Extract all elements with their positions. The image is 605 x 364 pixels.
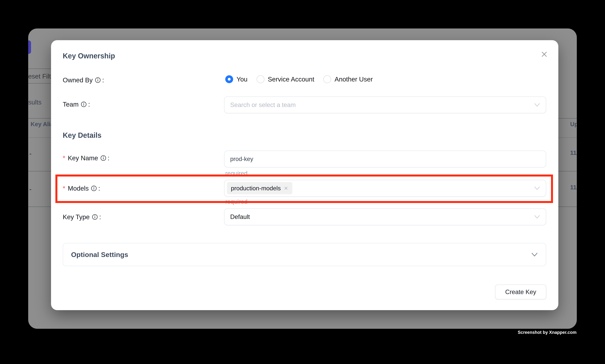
radio-option-service-account[interactable]: Service Account <box>257 75 314 83</box>
modal-title: Key Ownership <box>63 52 115 60</box>
chevron-down-icon <box>534 103 540 107</box>
required-asterisk: * <box>63 184 65 192</box>
info-icon[interactable] <box>92 214 98 220</box>
divider <box>558 137 577 138</box>
optional-settings-label: Optional Settings <box>71 251 128 259</box>
team-select-placeholder: Search or select a team <box>230 101 296 108</box>
team-label: Team : <box>63 100 90 109</box>
remove-tag-icon[interactable] <box>283 186 288 191</box>
divider <box>28 207 51 207</box>
chevron-down-icon <box>534 186 540 190</box>
team-select[interactable]: Search or select a team <box>224 96 546 113</box>
chevron-down-icon <box>531 252 538 257</box>
table-row-alias-cell: - <box>29 150 31 157</box>
chevron-down-icon <box>534 215 540 219</box>
divider <box>558 171 577 171</box>
key-name-label: * Key Name : <box>63 154 109 162</box>
create-key-button[interactable]: Create Key <box>495 285 546 299</box>
table-row-updated-cell: 11/ <box>570 149 577 156</box>
radio-selected-icon <box>225 75 233 83</box>
partial-primary-button <box>28 40 31 54</box>
radio-unselected-icon <box>323 75 331 83</box>
key-type-label: Key Type : <box>63 213 101 221</box>
divider <box>558 207 577 207</box>
divider <box>28 83 51 84</box>
key-type-value: Default <box>230 213 250 220</box>
divider <box>28 137 51 138</box>
results-count-fragment: sults <box>28 98 42 106</box>
info-icon[interactable] <box>91 185 97 191</box>
key-name-required-hint: required <box>225 170 247 177</box>
key-details-heading: Key Details <box>63 131 102 139</box>
models-select[interactable]: production-models <box>224 180 546 197</box>
info-icon[interactable] <box>81 101 87 107</box>
table-header-key-alias: Key Alia <box>31 121 54 128</box>
reset-filters-fragment: eset Filt <box>28 72 51 80</box>
table-row-alias-cell: - <box>29 185 31 193</box>
info-icon[interactable] <box>95 77 101 83</box>
owned-by-radio-group: You Service Account Another User <box>225 75 373 83</box>
close-icon[interactable] <box>540 50 549 59</box>
key-type-select[interactable]: Default <box>224 208 546 225</box>
info-icon[interactable] <box>100 155 106 161</box>
divider <box>28 68 51 69</box>
divider <box>558 118 577 118</box>
models-required-hint: required <box>225 198 247 205</box>
key-name-value: prod-key <box>230 156 253 162</box>
models-label: * Models : <box>63 184 100 193</box>
optional-settings-toggle[interactable]: Optional Settings <box>63 243 546 266</box>
watermark-text: Screenshot by Xnapper.com <box>518 330 577 335</box>
radio-unselected-icon <box>257 75 264 83</box>
owned-by-label: Owned By : <box>63 76 104 84</box>
required-asterisk: * <box>63 154 65 162</box>
radio-option-you[interactable]: You <box>225 75 247 83</box>
key-name-input[interactable]: prod-key <box>224 151 546 168</box>
create-key-modal: Key Ownership Owned By : You Service Acc… <box>51 40 558 310</box>
divider <box>28 118 51 118</box>
table-row-updated-cell: 11/ <box>570 184 577 191</box>
screenshot-stage: eset Filt sults Key Alia Up - 11/ - 11/ … <box>0 0 605 364</box>
selected-model-tag: production-models <box>227 182 292 194</box>
table-header-updated: Up <box>570 121 577 128</box>
divider <box>28 171 51 171</box>
radio-option-another-user[interactable]: Another User <box>323 75 373 83</box>
